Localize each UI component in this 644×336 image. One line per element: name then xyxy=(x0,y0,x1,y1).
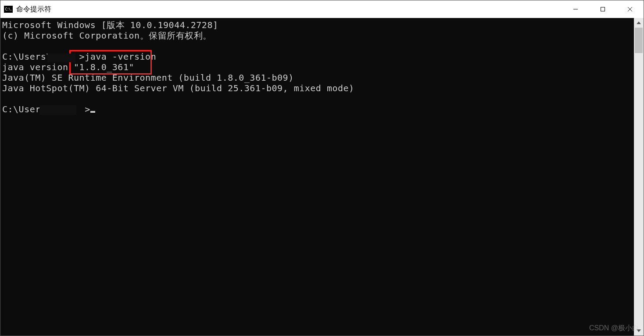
vertical-scrollbar[interactable] xyxy=(634,18,644,336)
command-input: >java -version xyxy=(79,51,157,62)
terminal-output[interactable]: Microsoft Windows [版本 10.0.19044.2728] (… xyxy=(0,18,634,336)
os-version-line: Microsoft Windows [版本 10.0.19044.2728] xyxy=(2,20,218,30)
java-version-line: java version "1.8.0_361" xyxy=(2,62,134,72)
close-icon xyxy=(627,7,633,12)
scroll-up-button[interactable] xyxy=(634,18,644,28)
titlebar[interactable]: C:\. 命令提示符 xyxy=(0,0,644,18)
terminal-wrapper: Microsoft Windows [版本 10.0.19044.2728] (… xyxy=(0,18,644,336)
chevron-up-icon xyxy=(637,21,641,24)
watermark-text: CSDN @极小白 xyxy=(589,324,639,333)
copyright-line: (c) Microsoft Corporation。保留所有权利。 xyxy=(2,30,212,41)
scrollbar-thumb[interactable] xyxy=(635,28,643,53)
prompt-path: C:\Users\ xyxy=(2,51,52,62)
text-cursor xyxy=(90,111,95,113)
cmd-icon: C:\. xyxy=(4,6,13,13)
window-title: 命令提示符 xyxy=(16,5,51,14)
cmd-icon-text: C:\. xyxy=(5,7,12,11)
prompt-suffix: > xyxy=(85,104,90,114)
svg-rect-1 xyxy=(601,7,605,11)
java-runtime-line: Java(TM) SE Runtime Environment (build 1… xyxy=(2,72,294,83)
maximize-button[interactable] xyxy=(589,0,616,18)
window-controls xyxy=(562,0,644,18)
command-prompt-window: C:\. 命令提示符 Microsoft Windows [版本 10.0.19… xyxy=(0,0,644,336)
java-hotspot-line: Java HotSpot(TM) 64-Bit Server VM (build… xyxy=(2,83,354,93)
prompt-path-2: C:\Users xyxy=(2,104,46,114)
minimize-button[interactable] xyxy=(562,0,589,18)
close-button[interactable] xyxy=(616,0,644,18)
minimize-icon xyxy=(573,7,578,12)
maximize-icon xyxy=(600,7,605,12)
